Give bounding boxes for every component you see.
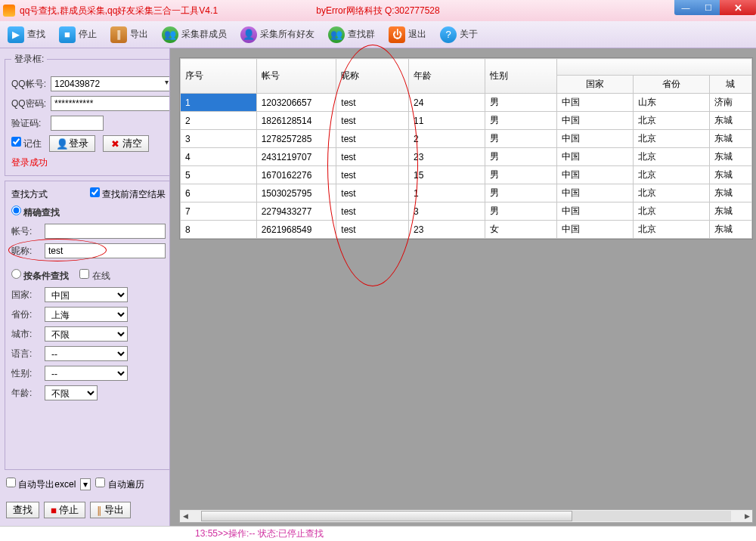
- cell-nick: test: [336, 202, 409, 221]
- country-select[interactable]: 中国: [45, 287, 128, 302]
- toolbar-collect-friends[interactable]: 👤采集所有好友: [240, 26, 314, 43]
- cell-seq: 6: [181, 184, 257, 202]
- action-row: 查找 ■停止 ∥导出: [5, 499, 165, 521]
- cell-age: 24: [408, 94, 485, 112]
- online-checkbox[interactable]: [79, 269, 89, 279]
- city-select[interactable]: 不限: [45, 326, 128, 342]
- cell-country: 中国: [557, 94, 634, 112]
- x-icon: ✖: [110, 138, 120, 149]
- scroll-right-icon[interactable]: ▶: [742, 512, 752, 520]
- table-row[interactable]: 11203206657test24男中国山东济南: [181, 94, 752, 112]
- acct-label: QQ帐号:: [11, 78, 48, 91]
- cell-seq: 7: [181, 202, 257, 221]
- vendor-text: byError网络科技 Q:302777528: [316, 5, 439, 17]
- clear-before-label[interactable]: 查找前清空结果: [90, 187, 166, 201]
- cell-province: 北京: [633, 184, 709, 202]
- scroll-thumb[interactable]: [201, 511, 572, 521]
- statusbar: 13:55>>操作:-- 状态:已停止查找: [0, 526, 756, 541]
- clear-button[interactable]: ✖清空: [103, 135, 149, 152]
- cell-gender: 男: [485, 184, 557, 202]
- chevron-down-icon[interactable]: ▾: [80, 478, 91, 490]
- scroll-left-icon[interactable]: ◀: [180, 512, 191, 520]
- cell-province: 北京: [633, 130, 709, 148]
- col-city[interactable]: 城: [709, 76, 751, 94]
- cell-acct: 2431219707: [256, 148, 336, 166]
- cell-city: 济南: [709, 94, 751, 112]
- play-icon: ▶: [8, 26, 24, 43]
- table-row[interactable]: 51670162276test15男中国北京东城: [181, 166, 752, 184]
- search-legend: 查找方式: [11, 188, 48, 201]
- find-button[interactable]: 查找: [6, 502, 39, 518]
- col-seq[interactable]: 序号: [181, 59, 257, 94]
- auto-export-checkbox[interactable]: [6, 478, 16, 487]
- cell-gender: 女: [485, 221, 557, 239]
- gender-select[interactable]: --: [45, 366, 128, 381]
- toolbar-about[interactable]: ?关于: [440, 26, 478, 43]
- cell-province: 北京: [633, 166, 709, 184]
- login-button[interactable]: 👤登录: [49, 135, 95, 152]
- export-button[interactable]: ∥导出: [90, 502, 131, 518]
- col-province[interactable]: 省份: [633, 76, 709, 94]
- table-row[interactable]: 31278257285test2男中国北京东城: [181, 130, 752, 148]
- content-area: 序号 帐号 昵称 年龄 性别 国家 省份 城 11203206657test24…: [170, 48, 756, 526]
- table-row[interactable]: 72279433277test3男中国北京东城: [181, 202, 752, 221]
- minimize-button[interactable]: —: [674, 0, 697, 15]
- cell-city: 东城: [709, 202, 751, 221]
- province-select[interactable]: 上海: [45, 307, 128, 322]
- col-gender[interactable]: 性别: [485, 59, 557, 94]
- toolbar-export[interactable]: ∥导出: [110, 26, 148, 43]
- language-select[interactable]: --: [45, 346, 128, 361]
- table-row[interactable]: 21826128514test11男中国北京东城: [181, 112, 752, 130]
- clear-before-checkbox[interactable]: [90, 187, 100, 197]
- cell-seq: 1: [181, 94, 257, 112]
- nickname-input[interactable]: [45, 243, 166, 258]
- cell-nick: test: [336, 184, 409, 202]
- maximize-button[interactable]: ☐: [697, 0, 720, 15]
- col-country[interactable]: 国家: [557, 76, 634, 94]
- login-box: 登录框: QQ帐号: QQ密码: 验证码: 记住 👤登录 ✖清空 登录成功: [5, 53, 170, 176]
- cell-seq: 2: [181, 112, 257, 130]
- cell-acct: 2621968549: [256, 221, 336, 239]
- toolbar-collect-group[interactable]: 👥采集群成员: [162, 26, 227, 43]
- col-nick[interactable]: 昵称: [336, 59, 409, 94]
- qq-account-input[interactable]: [51, 76, 170, 91]
- table-row[interactable]: 42431219707test23男中国北京东城: [181, 148, 752, 166]
- col-group[interactable]: [557, 59, 752, 76]
- cell-city: 东城: [709, 130, 751, 148]
- toolbar-stop[interactable]: ■停止: [59, 26, 97, 43]
- horizontal-scrollbar[interactable]: ◀ ▶: [179, 509, 753, 523]
- stop-button[interactable]: ■停止: [44, 502, 85, 518]
- search-group-icon: 👥: [328, 26, 345, 43]
- cell-gender: 男: [485, 130, 557, 148]
- table-row[interactable]: 61503025795test1男中国北京东城: [181, 184, 752, 202]
- captcha-input[interactable]: [51, 116, 104, 131]
- col-acct[interactable]: 帐号: [256, 59, 336, 94]
- toolbar-find-group[interactable]: 👥查找群: [328, 26, 375, 43]
- table-row[interactable]: 82621968549test23女中国北京东城: [181, 221, 752, 239]
- close-button[interactable]: ✕: [720, 0, 756, 15]
- export-icon: ∥: [110, 26, 127, 43]
- exit-icon: ⏻: [389, 26, 405, 43]
- friend-icon: 👤: [240, 26, 257, 43]
- condition-radio[interactable]: [11, 269, 21, 279]
- auto-traverse-checkbox[interactable]: [95, 478, 105, 487]
- remember-checkbox[interactable]: [11, 137, 21, 147]
- cell-seq: 5: [181, 166, 257, 184]
- qq-password-input[interactable]: [51, 96, 170, 111]
- cell-nick: test: [336, 148, 409, 166]
- cell-country: 中国: [557, 166, 634, 184]
- cell-province: 山东: [633, 94, 709, 112]
- titlebar: qq号查找,群成员采集,qq好友采集三合一工具V4.1 byError网络科技 …: [0, 0, 756, 21]
- cell-country: 中国: [557, 221, 634, 239]
- col-age[interactable]: 年龄: [408, 59, 485, 94]
- age-select[interactable]: 不限: [45, 385, 98, 400]
- cell-nick: test: [336, 112, 409, 130]
- cell-acct: 2279433277: [256, 202, 336, 221]
- cell-country: 中国: [557, 112, 634, 130]
- toolbar-find[interactable]: ▶查找: [8, 26, 45, 43]
- toolbar-exit[interactable]: ⏻退出: [389, 26, 426, 43]
- exact-radio[interactable]: [11, 206, 21, 215]
- search-account-input[interactable]: [45, 224, 166, 239]
- cell-province: 北京: [633, 221, 709, 239]
- cell-city: 东城: [709, 221, 751, 239]
